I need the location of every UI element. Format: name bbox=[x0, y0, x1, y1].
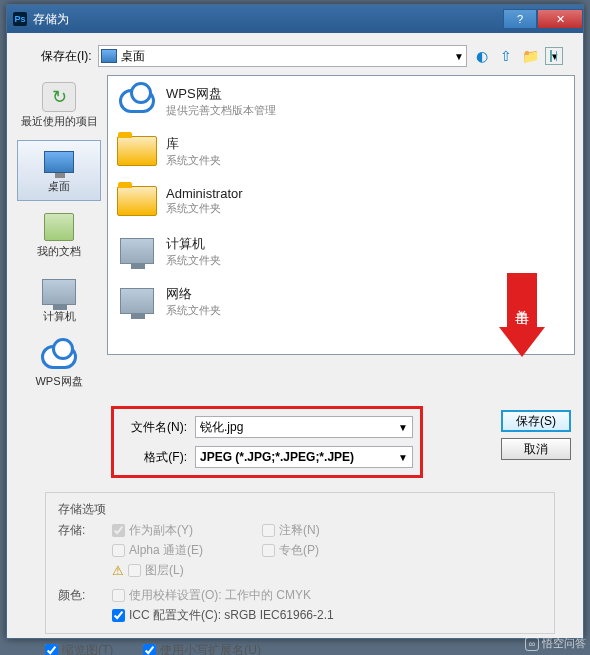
close-button[interactable]: ✕ bbox=[537, 9, 583, 29]
window-title: 存储为 bbox=[33, 11, 69, 28]
sidebar-item-label: 我的文档 bbox=[37, 244, 81, 259]
format-label: 格式(F): bbox=[117, 449, 187, 466]
color-label: 颜色: bbox=[58, 587, 106, 624]
list-item-title: Administrator bbox=[166, 186, 243, 201]
list-item-subtitle: 系统文件夹 bbox=[166, 253, 221, 268]
icc-checkbox[interactable]: ICC 配置文件(C): sRGB IEC61966-2.1 bbox=[112, 607, 334, 624]
format-dropdown[interactable]: JPEG (*.JPG;*.JPEG;*.JPE) ▼ bbox=[195, 446, 413, 468]
list-item-subtitle: 系统文件夹 bbox=[166, 303, 221, 318]
alpha-checkbox: Alpha 通道(E) bbox=[112, 542, 262, 559]
list-item-title: WPS网盘 bbox=[166, 85, 276, 103]
watermark-text: 悟空问答 bbox=[542, 636, 586, 651]
new-folder-icon[interactable]: 📁 bbox=[521, 47, 539, 65]
spot-checkbox: 专色(P) bbox=[262, 542, 382, 559]
places-sidebar: ↻ 最近使用的项目 桌面 我的文档 计算机 WPS网盘 bbox=[15, 75, 103, 396]
cloud-icon bbox=[119, 89, 155, 113]
proof-checkbox: 使用校样设置(O): 工作中的 CMYK bbox=[112, 587, 334, 604]
watermark-icon: ∞ bbox=[525, 637, 539, 651]
list-item[interactable]: 库系统文件夹 bbox=[108, 126, 574, 176]
annotations-checkbox: 注释(N) bbox=[262, 522, 382, 539]
save-in-value: 桌面 bbox=[121, 48, 145, 65]
list-item-subtitle: 提供完善文档版本管理 bbox=[166, 103, 276, 118]
sidebar-item-label: 最近使用的项目 bbox=[21, 114, 98, 129]
chevron-down-icon: ▼ bbox=[454, 51, 464, 62]
cancel-button[interactable]: 取消 bbox=[501, 438, 571, 460]
save-in-label: 保存在(I): bbox=[41, 48, 92, 65]
desktop-icon bbox=[44, 151, 74, 173]
format-value: JPEG (*.JPG;*.JPEG;*.JPE) bbox=[200, 450, 354, 464]
chevron-down-icon: ▼ bbox=[398, 452, 408, 463]
as-copy-checkbox: 作为副本(Y) bbox=[112, 522, 262, 539]
back-icon[interactable]: ◐ bbox=[473, 47, 491, 65]
desktop-icon bbox=[101, 49, 117, 63]
filename-label: 文件名(N): bbox=[117, 419, 187, 436]
sidebar-item-recent[interactable]: ↻ 最近使用的项目 bbox=[17, 75, 101, 136]
list-item[interactable]: 计算机系统文件夹 bbox=[108, 226, 574, 276]
chevron-down-icon: ▼ bbox=[398, 422, 408, 433]
cloud-icon bbox=[41, 345, 77, 369]
thumbnail-checkbox[interactable]: 缩览图(T) bbox=[45, 642, 113, 655]
documents-icon bbox=[44, 213, 74, 241]
computer-icon bbox=[120, 238, 154, 264]
list-item-title: 网络 bbox=[166, 285, 221, 303]
list-item[interactable]: Administrator系统文件夹 bbox=[108, 176, 574, 226]
filename-value: 锐化.jpg bbox=[200, 419, 243, 436]
network-icon bbox=[120, 288, 154, 314]
folder-icon bbox=[117, 136, 157, 166]
save-as-dialog: Ps 存储为 ? ✕ 保存在(I): 桌面 ▼ ◐ ⇧ 📁 ▾ ↻ 最近使用的项… bbox=[6, 4, 584, 639]
watermark: ∞ 悟空问答 bbox=[525, 636, 586, 651]
computer-icon bbox=[42, 279, 76, 305]
titlebar: Ps 存储为 ? ✕ bbox=[7, 5, 583, 33]
list-item-title: 库 bbox=[166, 135, 221, 153]
help-button[interactable]: ? bbox=[503, 9, 537, 29]
filename-input[interactable]: 锐化.jpg ▼ bbox=[195, 416, 413, 438]
app-icon: Ps bbox=[13, 12, 27, 26]
list-item-subtitle: 系统文件夹 bbox=[166, 153, 221, 168]
highlight-box: 文件名(N): 锐化.jpg ▼ 格式(F): JPEG (*.JPG;*.JP… bbox=[111, 406, 423, 478]
list-item[interactable]: WPS网盘提供完善文档版本管理 bbox=[108, 76, 574, 126]
sidebar-item-documents[interactable]: 我的文档 bbox=[17, 205, 101, 266]
sidebar-item-desktop[interactable]: 桌面 bbox=[17, 140, 101, 201]
sidebar-item-computer[interactable]: 计算机 bbox=[17, 270, 101, 331]
callout-text: 单击 bbox=[507, 273, 537, 327]
options-title: 存储选项 bbox=[58, 501, 544, 518]
save-options-group: 存储选项 存储: 作为副本(Y) 注释(N) Alpha 通道(E) 专色(P)… bbox=[45, 492, 555, 634]
arrow-head-icon bbox=[499, 327, 545, 357]
lowercase-ext-checkbox[interactable]: 使用小写扩展名(U) bbox=[143, 642, 261, 655]
sidebar-item-wps[interactable]: WPS网盘 bbox=[17, 335, 101, 396]
layers-checkbox: ⚠图层(L) bbox=[112, 562, 262, 579]
up-one-level-icon[interactable]: ⇧ bbox=[497, 47, 515, 65]
save-in-dropdown[interactable]: 桌面 ▼ bbox=[98, 45, 467, 67]
list-item-title: 计算机 bbox=[166, 235, 221, 253]
list-item-subtitle: 系统文件夹 bbox=[166, 201, 243, 216]
view-menu-button[interactable]: ▾ bbox=[545, 47, 563, 65]
sidebar-item-label: 计算机 bbox=[43, 309, 76, 324]
store-label: 存储: bbox=[58, 522, 106, 579]
recent-icon: ↻ bbox=[42, 82, 76, 112]
sidebar-item-label: 桌面 bbox=[48, 179, 70, 194]
folder-icon bbox=[117, 186, 157, 216]
save-button[interactable]: 保存(S) bbox=[501, 410, 571, 432]
warning-icon: ⚠ bbox=[112, 563, 124, 578]
callout-arrow: 单击 bbox=[499, 273, 545, 357]
sidebar-item-label: WPS网盘 bbox=[35, 374, 82, 389]
